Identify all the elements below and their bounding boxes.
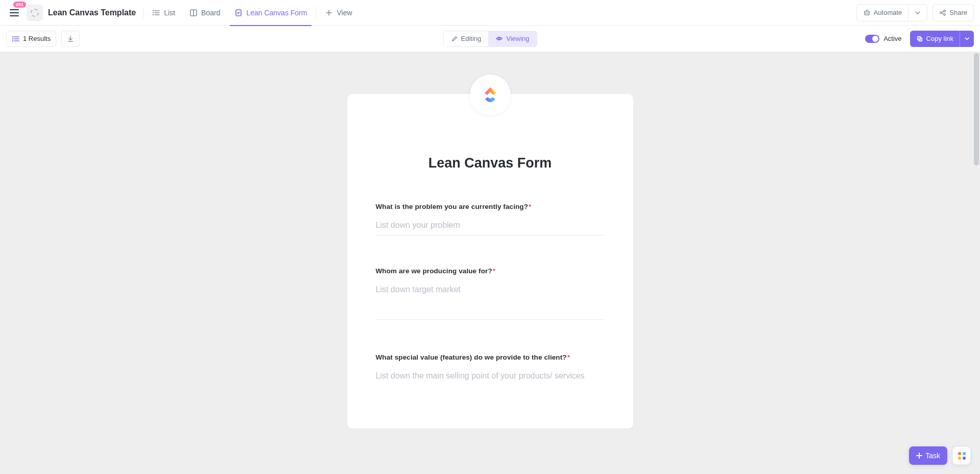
list-icon [152,9,160,17]
header-bar: 201 Lean Canvas Template List Board Lean… [0,0,980,26]
svg-line-18 [942,11,944,12]
form-card: Lean Canvas Form What is the problem you… [347,94,633,429]
special-value-input[interactable] [376,365,605,396]
automate-dropdown[interactable] [908,5,927,21]
svg-line-19 [942,13,944,14]
form-title: Lean Canvas Form [376,155,605,171]
list-avatar[interactable] [27,5,43,21]
tab-form[interactable]: Lean Canvas Form [233,0,308,26]
editing-mode-button[interactable]: Editing [443,31,488,46]
robot-icon [863,9,871,16]
mode-toggle: Editing Viewing [443,31,537,47]
active-toggle[interactable] [865,35,879,43]
floating-buttons: Task [909,446,971,465]
tab-board[interactable]: Board [188,0,222,26]
canvas-area: Lean Canvas Form What is the problem you… [0,52,980,474]
copy-link-dropdown[interactable] [960,31,974,47]
page-title: Lean Canvas Template [48,8,136,17]
eye-icon [495,35,503,42]
results-icon [12,35,20,43]
label-text: What special value (features) do we prov… [376,353,567,361]
download-button[interactable] [61,31,80,47]
hamburger-icon [10,9,19,16]
automate-label: Automate [874,9,902,16]
plus-icon [916,453,922,459]
results-button[interactable]: 1 Results [6,31,56,47]
editing-label: Editing [461,35,481,42]
tab-form-label: Lean Canvas Form [246,9,307,17]
share-label: Share [949,9,967,16]
tab-list[interactable]: List [151,0,177,26]
tab-add-view[interactable]: View [323,0,353,26]
svg-point-13 [866,13,866,13]
form-field-problem: What is the problem you are currently fa… [376,203,605,235]
chevron-down-icon [915,10,921,16]
toolbar-right: Active Copy link [865,31,974,47]
required-star: * [529,203,531,210]
form-icon [234,9,243,17]
svg-point-16 [944,10,946,12]
copy-link-group: Copy link [910,31,974,47]
required-star: * [567,353,570,361]
download-icon [67,35,74,42]
viewing-mode-button[interactable]: Viewing [488,31,536,46]
apps-grid-icon [958,452,966,460]
divider [316,7,316,19]
loading-icon [31,9,39,17]
label-text: Whom are we producing value for? [376,267,492,275]
form-field-special-value: What special value (features) do we prov… [376,353,605,398]
results-label: 1 Results [23,35,51,42]
viewing-label: Viewing [506,35,529,42]
svg-point-28 [498,38,500,40]
copy-link-label: Copy link [926,35,953,42]
toolbar: 1 Results Editing Viewing Active Copy li… [0,26,980,52]
svg-point-17 [944,13,946,15]
clickup-logo-icon [479,84,501,106]
copy-icon [916,35,923,42]
target-market-input[interactable] [376,279,605,320]
menu-button[interactable]: 201 [6,5,22,21]
apps-button[interactable] [952,446,971,465]
svg-point-14 [867,13,868,13]
task-label: Task [925,452,940,460]
svg-rect-11 [864,11,869,15]
field-label: Whom are we producing value for?* [376,267,605,275]
svg-point-3 [153,10,154,11]
active-label: Active [883,35,901,42]
board-icon [189,9,198,17]
field-label: What special value (features) do we prov… [376,353,605,361]
form-field-value-for: Whom are we producing value for?* [376,267,605,322]
header-right: Automate Share [856,4,974,21]
tab-board-label: Board [201,9,220,17]
scrollbar-thumb[interactable] [974,53,979,165]
automate-button-group: Automate [856,4,928,21]
tab-list-label: List [164,9,175,17]
pencil-icon [450,35,458,42]
plus-icon [325,9,333,17]
notification-badge: 201 [13,2,26,8]
share-button[interactable]: Share [933,4,974,21]
label-text: What is the problem you are currently fa… [376,203,529,210]
automate-button[interactable]: Automate [857,5,909,21]
share-icon [939,9,946,16]
new-task-button[interactable]: Task [909,446,947,465]
svg-point-4 [153,12,154,13]
svg-point-5 [153,14,154,15]
svg-point-23 [13,36,13,37]
svg-point-15 [940,12,942,14]
active-toggle-container: Active [865,35,901,43]
problem-input[interactable] [376,215,605,235]
field-label: What is the problem you are currently fa… [376,203,605,210]
svg-point-24 [13,38,13,39]
svg-point-25 [13,40,13,41]
logo-circle [470,75,511,115]
required-star: * [493,267,495,275]
divider [143,7,144,19]
copy-link-button[interactable]: Copy link [910,31,960,47]
tab-view-label: View [337,9,352,17]
chevron-down-icon [964,36,970,41]
